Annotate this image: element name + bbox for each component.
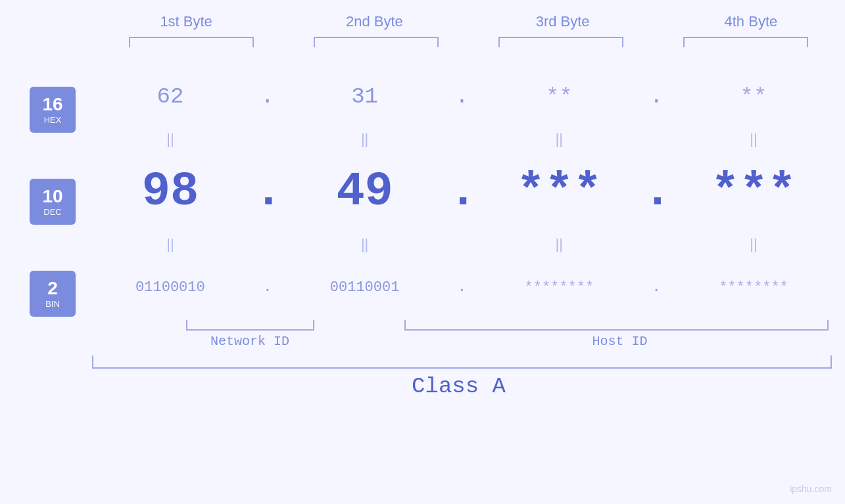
hex-data-row: 62 . 31 . ** . ** <box>92 67 832 126</box>
bin-b1: 01100010 <box>98 279 243 296</box>
main-container: 1st Byte 2nd Byte 3rd Byte 4th Byte 16 H… <box>0 0 845 504</box>
dec-badge: 10 DEC <box>30 179 76 225</box>
bin-b3: ******** <box>487 279 631 296</box>
eq1-b2: || <box>293 131 437 148</box>
labels-column: 16 HEX 10 DEC 2 BIN <box>0 67 92 317</box>
bracket-byte2 <box>314 37 439 47</box>
bin-b2: 00110001 <box>293 279 437 296</box>
dec-b4: *** <box>681 165 826 219</box>
dec-dot2: . <box>448 165 475 219</box>
network-id-label: Network ID <box>210 334 289 349</box>
byte3-header: 3rd Byte <box>491 13 635 30</box>
eq2-b2: || <box>293 236 437 253</box>
equals-row-2: || || || || <box>92 231 832 258</box>
bin-b4: ******** <box>681 279 826 296</box>
hex-b1: 62 <box>98 84 243 109</box>
hex-dot1: . <box>254 84 281 109</box>
class-bracket <box>92 355 832 369</box>
hex-b4: ** <box>681 84 826 109</box>
watermark: ipshu.com <box>790 484 832 494</box>
data-grid: 62 . 31 . ** . ** <box>92 67 845 399</box>
host-bracket <box>404 320 829 331</box>
dec-b2: 49 <box>293 165 437 219</box>
bin-dot2: . <box>448 279 475 296</box>
eq2-b1: || <box>98 236 243 253</box>
dec-data-row: 98 . 49 . *** . *** <box>92 152 832 231</box>
bin-data-row: 01100010 . 00110001 . ******** . <box>92 258 832 317</box>
dec-dot3: . <box>643 165 669 219</box>
hex-b2: 31 <box>293 84 437 109</box>
hex-b3: ** <box>487 84 631 109</box>
byte2-header: 2nd Byte <box>302 13 447 30</box>
content-area: 16 HEX 10 DEC 2 BIN 62 <box>0 67 845 399</box>
bin-dot3: . <box>643 279 669 296</box>
eq1-b4: || <box>681 131 826 148</box>
byte-headers: 1st Byte 2nd Byte 3rd Byte 4th Byte <box>92 13 845 30</box>
bracket-byte1 <box>129 37 254 47</box>
host-id-label: Host ID <box>592 334 647 349</box>
class-label: Class A <box>92 374 832 399</box>
hex-badge: 16 HEX <box>30 87 76 133</box>
byte1-header: 1st Byte <box>114 13 258 30</box>
dec-dot1: . <box>254 165 281 219</box>
eq1-b1: || <box>98 131 243 148</box>
dec-b3: *** <box>487 165 631 219</box>
byte4-header: 4th Byte <box>679 13 823 30</box>
bin-dot1: . <box>254 279 281 296</box>
hex-dot3: . <box>643 84 669 109</box>
eq1-b3: || <box>487 131 631 148</box>
bracket-byte4 <box>683 37 808 47</box>
dec-b1: 98 <box>98 165 243 219</box>
bracket-byte3 <box>498 37 623 47</box>
equals-row-1: || || || || <box>92 126 832 152</box>
network-bracket <box>186 320 314 331</box>
eq2-b4: || <box>681 236 826 253</box>
top-brackets <box>99 37 838 47</box>
hex-dot2: . <box>448 84 475 109</box>
eq2-b3: || <box>487 236 631 253</box>
bin-badge: 2 BIN <box>30 271 76 317</box>
